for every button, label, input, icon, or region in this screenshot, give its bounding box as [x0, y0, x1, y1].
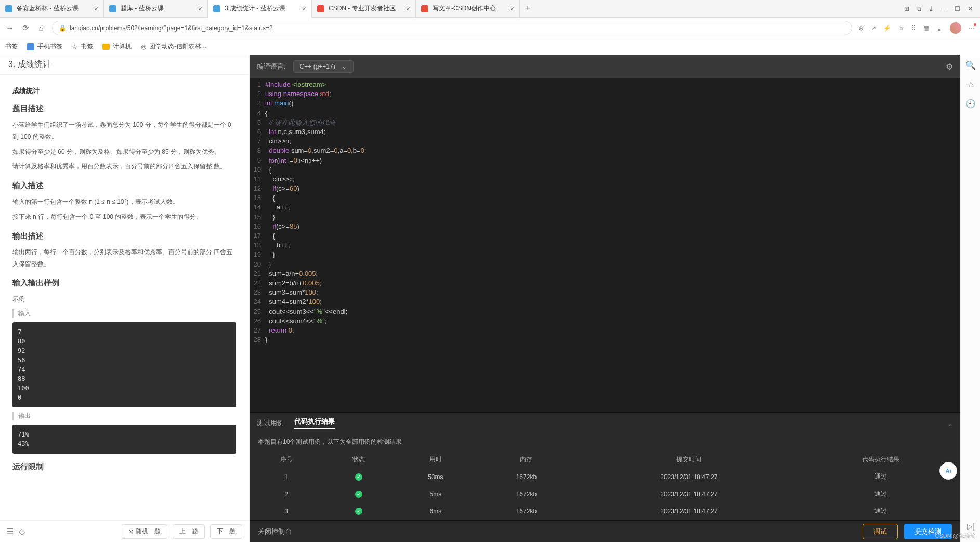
favicon	[213, 5, 220, 12]
url-text: lanqiao.cn/problems/502/learning/?page=1…	[70, 24, 845, 32]
section-sample: 输入输出样例	[12, 278, 236, 288]
menu-icon[interactable]: ⋯	[969, 24, 975, 32]
download-icon[interactable]: ⤓	[929, 5, 934, 12]
favicon	[109, 5, 116, 12]
favicon	[317, 5, 324, 12]
extensions-icon[interactable]: ⧉	[917, 5, 921, 12]
bookmarks-bar: 书签 手机书签 ☆ 书签 计算机 ◎ 团学动态-信阳农林...	[0, 38, 980, 55]
bookmark-star-icon[interactable]: ☆	[967, 80, 974, 89]
section-desc: 题目描述	[12, 104, 236, 114]
lock-icon: 🔒	[59, 24, 67, 32]
browser-tab[interactable]: 备赛蓝桥杯 - 蓝桥云课×	[0, 0, 104, 18]
section-output: 输出描述	[12, 231, 236, 241]
pass-icon: ✓	[355, 508, 362, 515]
console-panel: 测试用例 代码执行结果 ⌄ 本题目有10个测试用例，以下为全部用例的检测结果 序…	[250, 412, 960, 542]
section-input: 输入描述	[12, 181, 236, 191]
problem-body[interactable]: 成绩统计 题目描述 小蓝给学生们组织了一场考试，卷面总分为 100 分，每个学生…	[0, 75, 249, 520]
maximize-icon[interactable]: ☐	[955, 5, 960, 12]
browser-tab[interactable]: CSDN - 专业开发者社区×	[312, 0, 416, 18]
favicon	[421, 5, 428, 12]
close-window-icon[interactable]: ✕	[968, 5, 973, 12]
apps-icon[interactable]: ▦	[923, 24, 929, 32]
panel-icon[interactable]: ⊞	[904, 5, 909, 12]
list-icon[interactable]: ☰	[6, 526, 14, 536]
home-icon[interactable]: ⌂	[36, 23, 46, 33]
watermark: CSDN @张瑾瑜	[935, 532, 976, 540]
ai-assistant-button[interactable]: Ai	[939, 462, 957, 480]
tab-close-icon[interactable]: ×	[94, 5, 98, 13]
search-icon[interactable]: 🔍	[965, 60, 976, 70]
tab-close-icon[interactable]: ×	[510, 5, 514, 13]
bookmark-item[interactable]: 书签	[5, 42, 18, 51]
table-row: 2✓5ms1672kb2023/12/31 18:47:27通过	[251, 486, 959, 502]
reload-icon[interactable]: ⟳	[21, 23, 30, 33]
pass-icon: ✓	[355, 473, 362, 481]
problem-header: 3. 成绩统计	[0, 55, 249, 75]
profile-avatar[interactable]	[950, 22, 961, 34]
debug-button[interactable]: 调试	[863, 524, 898, 539]
tab-title: 题库 - 蓝桥云课	[121, 4, 194, 13]
browser-tab[interactable]: 3.成绩统计 - 蓝桥云课×	[208, 0, 312, 18]
next-button[interactable]: 下一题	[210, 524, 242, 539]
sample-input-label: 输入	[12, 309, 236, 318]
close-console-button[interactable]: 关闭控制台	[258, 527, 292, 536]
editor-toolbar: 编译语言: C++ (g++17)⌄ ⚙	[250, 55, 960, 78]
language-select[interactable]: C++ (g++17)⌄	[293, 60, 354, 73]
collapse-console-icon[interactable]: ⌄	[947, 419, 953, 427]
dl-icon[interactable]: ⭳	[936, 24, 943, 32]
sample-input: 7 80 92 56 74 88 100 0	[12, 322, 236, 407]
star-icon[interactable]: ☆	[898, 24, 904, 32]
tab-testcases[interactable]: 测试用例	[257, 418, 284, 428]
problem-panel: 3. 成绩统计 成绩统计 题目描述 小蓝给学生们组织了一场考试，卷面总分为 10…	[0, 55, 250, 542]
tab-title: 备赛蓝桥杯 - 蓝桥云课	[17, 4, 90, 13]
address-box[interactable]: 🔒 lanqiao.cn/problems/502/learning/?page…	[52, 21, 852, 35]
shuffle-button[interactable]: ⤭ 随机一题	[122, 524, 167, 539]
window-controls: ⊞ ⧉ ⤓ — ☐ ✕	[897, 5, 980, 12]
tab-title: 写文章-CSDN创作中心	[433, 4, 506, 13]
tab-results[interactable]: 代码执行结果	[294, 417, 335, 429]
table-row: 3✓6ms1672kb2023/12/31 18:47:27通过	[251, 503, 959, 519]
editor-panel: 编译语言: C++ (g++17)⌄ ⚙ 1234567891011121314…	[250, 55, 960, 542]
minimize-icon[interactable]: —	[941, 5, 947, 12]
zoom-icon[interactable]: ⊕	[858, 24, 864, 32]
pass-icon: ✓	[355, 491, 362, 498]
history-icon[interactable]: 🕘	[965, 99, 976, 109]
problem-footer: ☰ ◇ ⤭ 随机一题 上一题 下一题	[0, 520, 249, 542]
back-icon[interactable]: →	[5, 23, 15, 33]
browser-tab[interactable]: 写文章-CSDN创作中心×	[416, 0, 520, 18]
browser-tab-bar: 备赛蓝桥杯 - 蓝桥云课×题库 - 蓝桥云课×3.成绩统计 - 蓝桥云课×CSD…	[0, 0, 980, 18]
chevron-down-icon: ⌄	[342, 63, 347, 70]
ext-icon[interactable]: ⠿	[911, 24, 916, 32]
favicon	[5, 5, 12, 12]
bookmark-item[interactable]: ◎ 团学动态-信阳农林...	[141, 42, 206, 51]
results-table: 序号状态 用时内存 提交时间代码执行结果 1✓53ms1672kb2023/12…	[250, 451, 960, 520]
section-limit: 运行限制	[12, 462, 236, 472]
problem-subtitle: 成绩统计	[12, 86, 236, 96]
new-tab-button[interactable]: +	[520, 3, 536, 14]
console-info: 本题目有10个测试用例，以下为全部用例的检测结果	[250, 433, 960, 451]
bookmark-item[interactable]: ☆ 书签	[72, 42, 93, 51]
settings-icon[interactable]: ⚙	[946, 62, 953, 72]
code-editor[interactable]: 1234567891011121314151617181920212223242…	[250, 78, 960, 412]
tab-close-icon[interactable]: ×	[198, 5, 202, 13]
tab-title: CSDN - 专业开发者社区	[329, 4, 402, 13]
bookmark-item[interactable]: 计算机	[102, 42, 132, 51]
share-icon[interactable]: ↗	[871, 24, 876, 32]
tab-title: 3.成绩统计 - 蓝桥云课	[225, 4, 298, 13]
table-row: 1✓53ms1672kb2023/12/31 18:47:27通过	[251, 469, 959, 485]
flash-icon[interactable]: ⚡	[883, 24, 891, 32]
sample-output-label: 输出	[12, 412, 236, 420]
expand-sidebar-icon[interactable]: ▷|	[967, 522, 975, 531]
url-bar: → ⟳ ⌂ 🔒 lanqiao.cn/problems/502/learning…	[0, 18, 980, 38]
fav-icon[interactable]: ◇	[19, 526, 25, 536]
bookmark-item[interactable]: 手机书签	[27, 42, 62, 51]
prev-button[interactable]: 上一题	[173, 524, 205, 539]
console-footer: 关闭控制台 调试 提交检测	[250, 520, 960, 542]
lang-label: 编译语言:	[257, 62, 286, 71]
browser-sidebar: 🔍 ☆ 🕘	[960, 55, 980, 542]
browser-tab[interactable]: 题库 - 蓝桥云课×	[104, 0, 208, 18]
tab-close-icon[interactable]: ×	[302, 5, 306, 13]
tab-close-icon[interactable]: ×	[406, 5, 410, 13]
sample-output: 71% 43%	[12, 425, 236, 454]
